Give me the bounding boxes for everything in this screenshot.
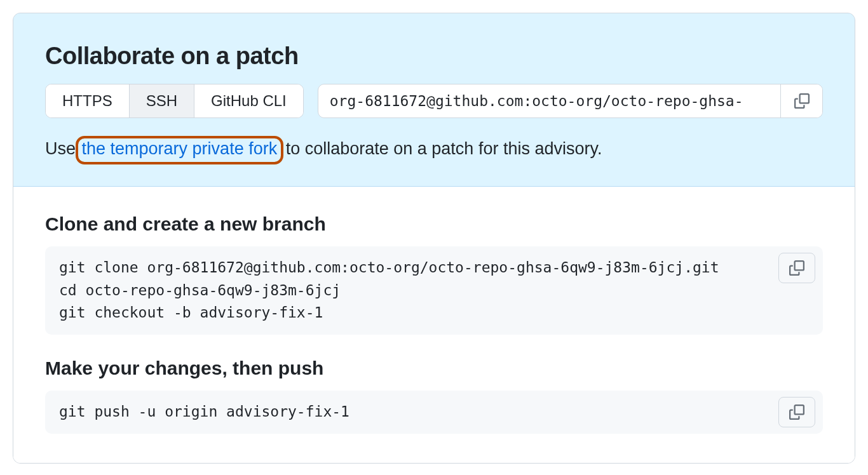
protocol-tabs: HTTPS SSH GitHub CLI bbox=[45, 84, 304, 118]
push-code[interactable]: git push -u origin advisory-fix-1 bbox=[59, 401, 809, 424]
push-codeblock: git push -u origin advisory-fix-1 bbox=[45, 391, 823, 434]
collaborate-panel: Collaborate on a patch HTTPS SSH GitHub … bbox=[13, 13, 855, 464]
tab-https[interactable]: HTTPS bbox=[46, 84, 130, 117]
fork-hint: Use the temporary private fork to collab… bbox=[45, 136, 823, 164]
link-highlight: the temporary private fork bbox=[76, 136, 284, 164]
copy-url-button[interactable] bbox=[780, 84, 822, 117]
copy-icon bbox=[794, 93, 810, 109]
clone-url-field bbox=[318, 84, 823, 118]
tab-ssh[interactable]: SSH bbox=[130, 84, 194, 117]
copy-icon bbox=[789, 260, 804, 276]
hint-suffix: to collaborate on a patch for this advis… bbox=[281, 139, 602, 158]
clone-url-row: HTTPS SSH GitHub CLI bbox=[45, 84, 823, 118]
clone-heading: Clone and create a new branch bbox=[45, 213, 823, 235]
clone-codeblock: git clone org-6811672@github.com:octo-or… bbox=[45, 246, 823, 335]
copy-icon bbox=[789, 405, 804, 420]
panel-title: Collaborate on a patch bbox=[45, 43, 823, 70]
copy-clone-button[interactable] bbox=[778, 253, 815, 283]
tab-github-cli[interactable]: GitHub CLI bbox=[194, 84, 303, 117]
clone-url-input[interactable] bbox=[318, 84, 780, 117]
panel-header: Collaborate on a patch HTTPS SSH GitHub … bbox=[13, 13, 855, 187]
panel-body: Clone and create a new branch git clone … bbox=[13, 187, 855, 463]
push-heading: Make your changes, then push bbox=[45, 358, 823, 379]
temporary-private-fork-link[interactable]: the temporary private fork bbox=[82, 139, 278, 158]
clone-code[interactable]: git clone org-6811672@github.com:octo-or… bbox=[59, 257, 809, 324]
copy-push-button[interactable] bbox=[778, 397, 815, 427]
